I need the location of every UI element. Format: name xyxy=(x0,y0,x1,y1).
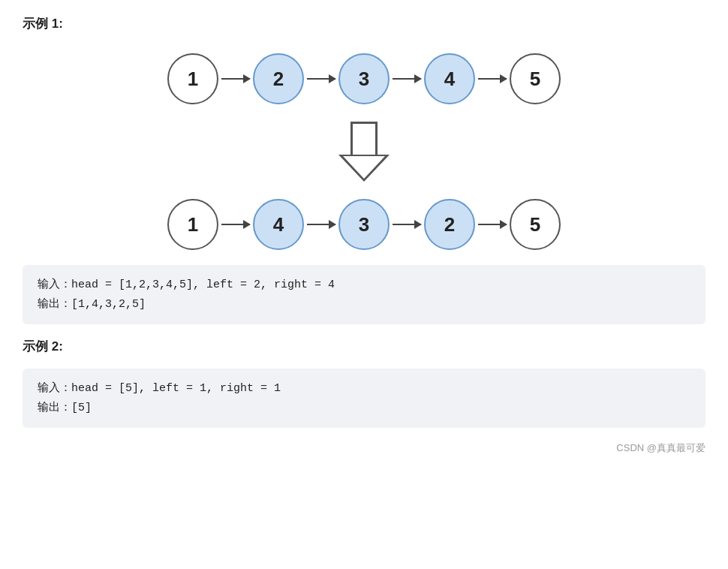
arrow-head xyxy=(338,155,390,182)
example2-code-line2: 输出：[5] xyxy=(38,399,690,418)
arrow-shaft xyxy=(350,122,378,155)
example1-code-line1: 输入：head = [1,2,3,4,5], left = 2, right =… xyxy=(38,275,690,295)
arrow-8 xyxy=(478,224,507,226)
arrow-2 xyxy=(307,78,335,80)
example1-code: 输入：head = [1,2,3,4,5], left = 2, right =… xyxy=(23,265,705,324)
node-4-bottom: 4 xyxy=(253,199,304,250)
node-5-top: 5 xyxy=(510,53,561,104)
arrow-3 xyxy=(393,78,421,80)
arrow-1 xyxy=(221,78,250,80)
top-linked-list: 1 2 3 4 5 xyxy=(167,53,561,104)
example1-section: 示例 1: 1 2 3 4 5 1 4 3 xyxy=(23,15,705,324)
arrow-6 xyxy=(307,224,335,226)
down-arrow-container xyxy=(23,118,705,185)
node-2-top: 2 xyxy=(253,53,304,104)
node-3-bottom: 3 xyxy=(338,199,390,250)
example2-code-line1: 输入：head = [5], left = 1, right = 1 xyxy=(38,379,690,399)
example2-section: 示例 2: 输入：head = [5], left = 1, right = 1… xyxy=(23,338,705,428)
node-1-top: 1 xyxy=(167,53,218,104)
diagram-area: 1 2 3 4 5 1 4 3 2 5 xyxy=(23,46,705,257)
node-1-bottom: 1 xyxy=(167,199,218,250)
node-2-bottom: 2 xyxy=(424,199,475,250)
node-3-top: 3 xyxy=(338,53,390,104)
example2-code: 输入：head = [5], left = 1, right = 1 输出：[5… xyxy=(23,369,705,428)
arrow-7 xyxy=(393,224,421,226)
node-5-bottom: 5 xyxy=(510,199,561,250)
bottom-linked-list: 1 4 3 2 5 xyxy=(167,199,561,250)
watermark: CSDN @真真最可爱 xyxy=(23,441,705,455)
arrow-4 xyxy=(478,78,507,80)
example1-title: 示例 1: xyxy=(23,15,705,32)
arrow-5 xyxy=(221,224,250,226)
big-down-arrow xyxy=(338,122,390,182)
node-4-top: 4 xyxy=(424,53,475,104)
example2-title: 示例 2: xyxy=(23,338,705,355)
example1-code-line2: 输出：[1,4,3,2,5] xyxy=(38,295,690,315)
